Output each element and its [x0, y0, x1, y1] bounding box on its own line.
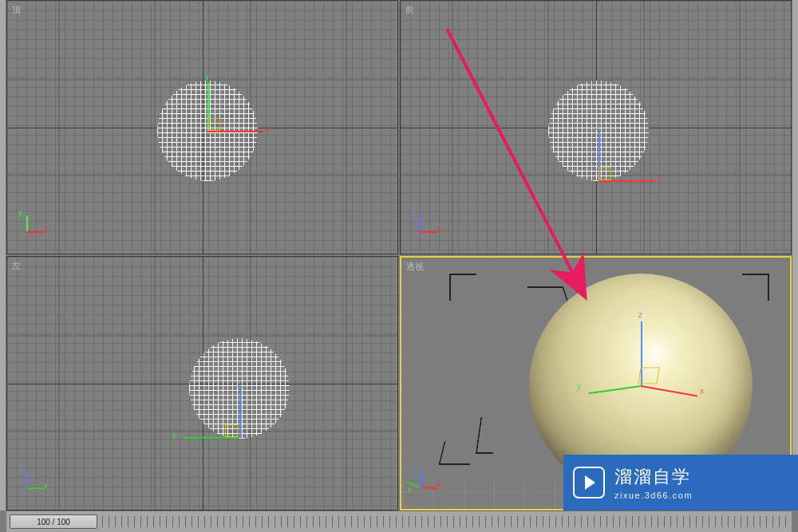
timeline-track[interactable]: [102, 516, 787, 527]
move-gizmo[interactable]: x y: [207, 131, 208, 132]
gizmo-z-label: z: [638, 310, 642, 319]
viewport-top[interactable]: 顶 x y x y: [6, 0, 398, 254]
timeline-frame-label: 100 / 100: [37, 518, 70, 526]
move-gizmo[interactable]: x z: [598, 180, 599, 181]
orientation-compass: x z: [413, 214, 440, 241]
gizmo-y-label: y: [172, 432, 176, 439]
viewport-label: 透视: [406, 261, 424, 273]
watermark-badge: 溜溜自学 zixue.3d66.com: [563, 455, 798, 510]
gizmo-x-label: x: [267, 125, 271, 133]
orientation-compass: y z: [20, 470, 47, 497]
gizmo-x-axis[interactable]: [598, 180, 654, 182]
right-panel-edge: [792, 0, 798, 510]
timeline-slider-knob[interactable]: 100 / 100: [10, 514, 97, 529]
gizmo-plane-handle[interactable]: [207, 118, 220, 131]
gizmo-y-label: y: [577, 382, 581, 391]
watermark-title: 溜溜自学: [614, 465, 693, 489]
play-icon: [573, 467, 605, 499]
left-toolbar: [0, 0, 6, 510]
gizmo-x-label: x: [700, 387, 704, 396]
move-gizmo[interactable]: y z: [239, 437, 240, 438]
gizmo-y-label: y: [205, 73, 209, 81]
app-root: 顶 x y x y 前 x: [0, 0, 798, 532]
gizmo-plane-handle[interactable]: [638, 368, 660, 384]
gizmo-x-axis[interactable]: [207, 131, 263, 132]
viewport-grid: 顶 x y x y 前 x: [6, 0, 792, 510]
timeline-bar[interactable]: 100 / 100: [6, 510, 792, 532]
gizmo-z-axis[interactable]: [239, 389, 241, 437]
gizmo-z-label: z: [596, 123, 600, 131]
watermark-subtitle: zixue.3d66.com: [614, 491, 693, 500]
gizmo-plane-handle[interactable]: [598, 167, 611, 180]
viewport-left[interactable]: 左 y z y z: [6, 256, 398, 510]
gizmo-z-label: z: [237, 380, 241, 388]
gizmo-x-label: x: [658, 175, 662, 183]
gizmo-y-axis[interactable]: [184, 437, 239, 439]
gizmo-plane-handle[interactable]: [225, 424, 238, 437]
orientation-compass: x y: [20, 214, 47, 241]
viewport-front[interactable]: 前 x z x z: [400, 0, 792, 254]
orientation-compass: x z y: [414, 469, 441, 496]
